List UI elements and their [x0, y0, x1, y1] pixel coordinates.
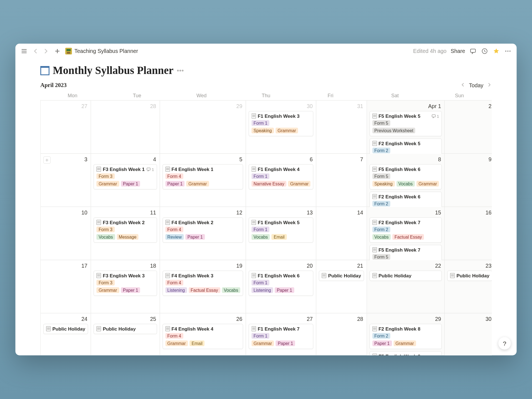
add-event-icon[interactable]: + [43, 156, 51, 164]
event-card[interactable]: F3 English Week 2Form 3VocabsMessage [94, 218, 157, 243]
calendar-cell[interactable]: 24Public Holiday [41, 313, 91, 355]
event-card[interactable]: Public Holiday [319, 271, 364, 281]
calendar-cell[interactable]: Apr 1F5 English Week 51Form 5Previous Wo… [367, 101, 445, 154]
prev-month-icon[interactable] [461, 82, 466, 88]
event-card[interactable]: Public Holiday [447, 271, 492, 281]
event-card[interactable]: F4 English Week 3Form 4ListeningFactual … [162, 271, 243, 296]
calendar-cell[interactable]: 17 [41, 260, 91, 313]
calendar-cell[interactable]: 8F5 English Week 6Form 5SpeakingVocabsGr… [367, 154, 445, 207]
day-number: 30 [249, 103, 314, 109]
document-icon [252, 326, 256, 331]
event-card[interactable]: F1 English Week 3Form 1SpeakingGrammar [249, 111, 314, 137]
help-button[interactable]: ? [498, 337, 511, 350]
today-button[interactable]: Today [469, 82, 483, 88]
calendar-cell[interactable]: 30 [445, 313, 492, 355]
event-card[interactable]: F4 English Week 1Form 4Paper 1Grammar [162, 164, 243, 190]
document-icon [450, 273, 455, 278]
event-card[interactable]: F4 English Week 4Form 4GrammarEmail [162, 324, 243, 349]
svg-rect-10 [432, 114, 435, 117]
event-card[interactable]: F2 English Week 8Form 2Paper 1Grammar [369, 324, 442, 349]
calendar-cell[interactable]: 16 [445, 207, 492, 260]
calendar-cell[interactable]: 19F4 English Week 3Form 4ListeningFactua… [160, 260, 246, 313]
event-card[interactable]: F5 English Week 51Form 5Previous Workshe… [369, 111, 442, 137]
calendar-cell[interactable]: 29 [160, 101, 246, 154]
calendar-cell[interactable]: 5F4 English Week 1Form 4Paper 1Grammar [160, 154, 246, 207]
event-card[interactable]: F1 English Week 5Form 1VocabsEmail [249, 218, 314, 243]
dow-label: Sat [363, 93, 427, 99]
updates-icon[interactable] [481, 47, 488, 55]
calendar-cell[interactable]: 29F2 English Week 8Form 2Paper 1GrammarF… [367, 313, 445, 355]
topic-tag: Grammar [96, 181, 119, 187]
event-title: F4 English Week 4 [172, 326, 213, 331]
page-title[interactable]: Monthly Syllabus Planner [53, 65, 174, 77]
menu-icon[interactable] [21, 47, 28, 55]
calendar-cell[interactable]: 6F1 English Week 4Form 1Narrative EssayG… [246, 154, 316, 207]
more-icon[interactable] [504, 47, 512, 55]
calendar-cell[interactable]: 4F3 English Week 11Form 3GrammarPaper 1 [91, 154, 160, 207]
event-card[interactable]: F1 English Week 7Form 1GrammarPaper 1 [249, 324, 314, 349]
event-card[interactable]: F3 English Week 3Form 3GrammarPaper 1 [94, 271, 157, 296]
event-card[interactable]: Public Holiday [94, 324, 157, 334]
breadcrumb[interactable]: Teaching Syllabus Planner [65, 48, 138, 54]
nav-forward-icon[interactable] [42, 47, 50, 55]
topic-tag: Listening [252, 287, 273, 293]
calendar-cell[interactable]: 20F1 English Week 6Form 1ListeningPaper … [246, 260, 316, 313]
calendar-cell[interactable]: 27 [41, 101, 91, 154]
event-card[interactable]: F3 English Week 11Form 3GrammarPaper 1 [94, 164, 157, 190]
calendar-cell[interactable]: 9 [445, 154, 492, 207]
document-icon [252, 114, 256, 119]
calendar-cell[interactable]: 31 [316, 101, 367, 154]
topic-tag: Vocabs [252, 234, 270, 240]
calendar-cell[interactable]: 2 [445, 101, 492, 154]
calendar-cell[interactable]: 18F3 English Week 3Form 3GrammarPaper 1 [91, 260, 160, 313]
day-number: 30 [447, 316, 492, 322]
topic-tag: Grammar [96, 287, 119, 293]
calendar-cell[interactable]: 15F2 English Week 7Form 2VocabsFactual E… [367, 207, 445, 260]
event-card[interactable]: F5 English Week 6Form 5SpeakingVocabsGra… [369, 164, 442, 190]
event-card[interactable]: F2 English Week 7Form 2VocabsFactual Ess… [369, 218, 442, 243]
page-more-icon[interactable]: ••• [177, 67, 184, 75]
day-number: 10 [43, 209, 88, 216]
event-card[interactable]: Public Holiday [369, 271, 442, 281]
calendar-cell[interactable]: 28 [316, 313, 367, 355]
calendar-page-icon [40, 66, 50, 75]
event-card[interactable]: F5 English Week 8 [369, 351, 442, 355]
day-number: 14 [319, 209, 364, 216]
event-card[interactable]: F1 English Week 4Form 1Narrative EssayGr… [249, 164, 314, 190]
calendar-cell[interactable]: 7 [316, 154, 367, 207]
event-card[interactable]: F1 English Week 6Form 1ListeningPaper 1 [249, 271, 314, 296]
calendar-cell[interactable]: 28 [91, 101, 160, 154]
calendar-cell[interactable]: 27F1 English Week 7Form 1GrammarPaper 1 [246, 313, 316, 355]
calendar-cell[interactable]: 14 [316, 207, 367, 260]
calendar-cell[interactable]: 13F1 English Week 5Form 1VocabsEmail [246, 207, 316, 260]
event-card[interactable]: F4 English Week 2Form 4ReviewPaper 1 [162, 218, 243, 243]
share-button[interactable]: Share [451, 48, 465, 54]
star-icon[interactable] [493, 47, 500, 55]
calendar-cell[interactable]: 23Public Holiday [445, 260, 492, 313]
document-icon [165, 273, 170, 278]
topic-tag: Narrative Essay [252, 181, 287, 187]
form-tag: Form 3 [96, 227, 114, 232]
svg-rect-11 [147, 168, 150, 170]
calendar-cell[interactable]: 26F4 English Week 4Form 4GrammarEmail [160, 313, 246, 355]
document-icon [96, 167, 101, 172]
calendar-cell[interactable]: 21Public Holiday [316, 260, 367, 313]
calendar-cell[interactable]: 11F3 English Week 2Form 3VocabsMessage [91, 207, 160, 260]
calendar-cell[interactable]: 12F4 English Week 2Form 4ReviewPaper 1 [160, 207, 246, 260]
day-number: 8 [369, 156, 442, 163]
calendar-cell[interactable]: +3 [41, 154, 91, 207]
nav-back-icon[interactable] [32, 47, 40, 55]
event-title: Public Holiday [103, 326, 136, 331]
new-tab-icon[interactable] [54, 47, 61, 55]
calendar-cell[interactable]: 25Public Holiday [91, 313, 160, 355]
calendar-cell[interactable]: 30F1 English Week 3Form 1SpeakingGrammar [246, 101, 316, 154]
calendar-cell[interactable]: 10 [41, 207, 91, 260]
next-month-icon[interactable] [487, 82, 492, 88]
topic-tag: Review [165, 234, 184, 240]
calendar-grid: 27282930F1 English Week 3Form 1SpeakingG… [40, 100, 492, 355]
comments-icon[interactable] [469, 47, 477, 55]
form-tag: Form 5 [372, 120, 390, 126]
topic-tag: Grammar [288, 181, 311, 187]
calendar-cell[interactable]: 22Public Holiday [367, 260, 445, 313]
event-card[interactable]: Public Holiday [43, 324, 88, 334]
